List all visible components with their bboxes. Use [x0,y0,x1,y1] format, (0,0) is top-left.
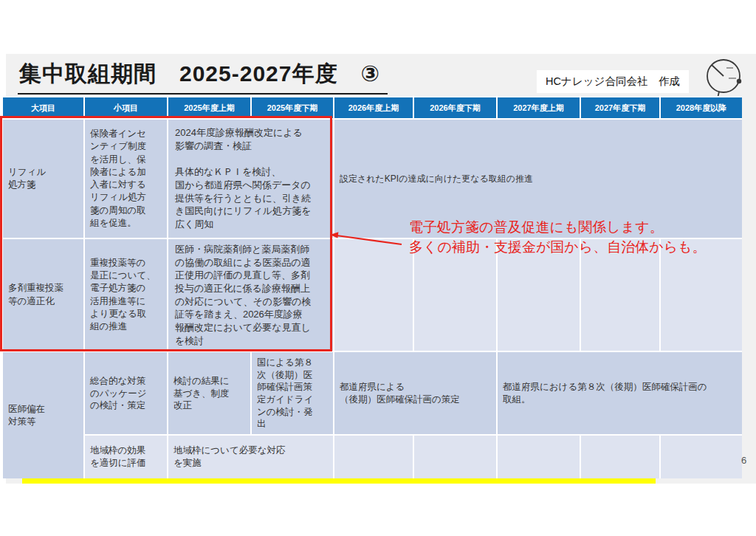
cell-physician-package: 総合的な対策 のパッケージ の検討・策定 [84,351,168,435]
cell-empty [497,435,580,478]
annotation-line-2: 多くの補助・支援金が国から、自治体からも。 [409,237,707,257]
cell-physician-fy2026: 都道府県による （後期）医師確保計画の策定 [334,351,497,435]
cell-empty [580,435,660,478]
cell-empty [334,435,413,478]
credit-text: HCナレッジ合同会社 作成 [546,75,680,89]
column-header-2026-h1: 2026年度上期 [334,97,413,119]
cell-physician-category: 医師偏在 対策等 [2,351,84,478]
annotation-text: 電子処方箋の普及促進にも関係します。 多くの補助・支援金が国から、自治体からも。 [409,217,707,257]
credit-box: HCナレッジ合同会社 作成 [537,70,689,93]
slide-page: 集中取組期間 2025-2027年度 ③ HCナレッジ合同会社 作成 大項目 小… [0,0,756,536]
cell-physician-fy2027-on: 都道府県における第８次（後期）医師確保計画の 取組。 [497,351,742,435]
page-number: 6 [741,455,746,466]
cell-physician-2025-h2: 国による第８ 次（後期）医 師確保計画策 定ガイドライ ンの検討・発 出 [251,351,334,435]
gauge-logo-icon [702,56,745,99]
column-header-2028-on: 2028年度以降 [660,97,742,119]
column-header-2027-h2: 2027年度下期 [580,97,660,119]
table-row-regional-quota: 地域枠の効果 を適切に評価 地域枠について必要な対応 を実施 [2,435,742,478]
table-row-physician: 医師偏在 対策等 総合的な対策 のパッケージ の検討・策定 検討の結果に 基づき… [2,351,742,435]
cell-empty [660,435,742,478]
cell-physician-2025-h1: 検討の結果に 基づき、制度 改正 [168,351,251,435]
column-header-2026-h2: 2026年度下期 [413,97,497,119]
annotation-arrow-icon [317,224,417,252]
highlight-underline [22,478,656,484]
cell-regional-quota-fy2025: 地域枠について必要な対応 を実施 [168,435,334,478]
cell-empty [413,435,497,478]
slide-title: 集中取組期間 2025-2027年度 ③ [18,59,388,95]
emphasis-box [0,116,332,351]
cell-regional-quota-sub: 地域枠の効果 を適切に評価 [84,435,168,478]
column-header-2027-h1: 2027年度上期 [497,97,580,119]
cell-empty [334,238,413,351]
annotation-line-1: 電子処方箋の普及促進にも関係します。 [409,217,707,237]
